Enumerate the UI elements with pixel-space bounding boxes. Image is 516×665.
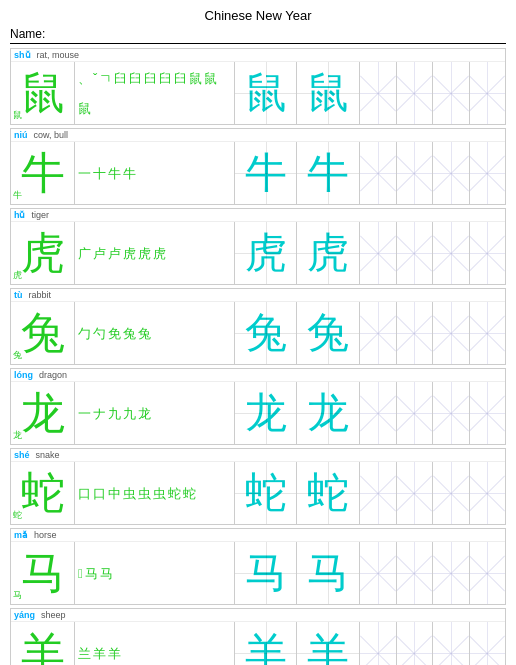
practice-cell-7-3[interactable] (470, 622, 506, 665)
practice-area-0[interactable] (360, 62, 505, 124)
practice-cell-1-0[interactable] (360, 142, 397, 204)
meaning-4: dragon (39, 370, 67, 380)
meaning-1: cow, bull (34, 130, 69, 140)
pinyin-7: yáng (14, 610, 35, 620)
model-cell-3-1: 兔 (297, 302, 359, 364)
practice-area-7[interactable] (360, 622, 505, 665)
big-char-4: 龙龙 (11, 382, 75, 444)
big-char-2: 虎虎 (11, 222, 75, 284)
model-cell-6-0: 马 (235, 542, 297, 604)
meaning-3: rabbit (29, 290, 52, 300)
practice-cell-7-1[interactable] (397, 622, 434, 665)
model-area-5: 蛇蛇 (235, 462, 360, 524)
pinyin-1: niú (14, 130, 28, 140)
practice-area-6[interactable] (360, 542, 505, 604)
model-cell-5-0: 蛇 (235, 462, 297, 524)
page-title: Chinese New Year (10, 8, 506, 23)
model-cell-1-0: 牛 (235, 142, 297, 204)
practice-cell-6-0[interactable] (360, 542, 397, 604)
stroke-area-0: 、ˇㄱ臼臼臼臼臼鼠鼠鼠 (75, 62, 235, 124)
practice-area-5[interactable] (360, 462, 505, 524)
meaning-2: tiger (32, 210, 50, 220)
character-row-lóng: lóngdragon龙龙一ナ九九龙龙龙 (10, 368, 506, 445)
model-cell-2-1: 虎 (297, 222, 359, 284)
model-area-7: 羊羊 (235, 622, 360, 665)
model-cell-4-0: 龙 (235, 382, 297, 444)
pinyin-0: shǔ (14, 50, 31, 60)
model-area-4: 龙龙 (235, 382, 360, 444)
stroke-area-3: 勹勺免兔兔 (75, 302, 235, 364)
practice-cell-2-0[interactable] (360, 222, 397, 284)
model-cell-0-0: 鼠 (235, 62, 297, 124)
practice-cell-3-3[interactable] (470, 302, 506, 364)
character-row-niú: niúcow, bull牛牛一十牛牛牛牛 (10, 128, 506, 205)
practice-cell-5-1[interactable] (397, 462, 434, 524)
big-char-7: 羊羊 (11, 622, 75, 665)
practice-cell-5-0[interactable] (360, 462, 397, 524)
practice-area-3[interactable] (360, 302, 505, 364)
meaning-5: snake (36, 450, 60, 460)
practice-cell-0-1[interactable] (397, 62, 434, 124)
practice-cell-5-3[interactable] (470, 462, 506, 524)
name-label: Name: (10, 27, 45, 41)
practice-cell-6-2[interactable] (433, 542, 470, 604)
practice-cell-2-3[interactable] (470, 222, 506, 284)
big-char-1: 牛牛 (11, 142, 75, 204)
model-area-2: 虎虎 (235, 222, 360, 284)
practice-cell-0-2[interactable] (433, 62, 470, 124)
practice-cell-0-3[interactable] (470, 62, 506, 124)
practice-cell-7-0[interactable] (360, 622, 397, 665)
big-char-0: 鼠鼠 (11, 62, 75, 124)
practice-cell-0-0[interactable] (360, 62, 397, 124)
stroke-area-5: 口口中虫虫虫蛇蛇 (75, 462, 235, 524)
character-row-yáng: yángsheep羊羊兰羊羊羊羊 (10, 608, 506, 665)
practice-area-1[interactable] (360, 142, 505, 204)
model-cell-4-1: 龙 (297, 382, 359, 444)
character-row-shé: shésnake蛇蛇口口中虫虫虫蛇蛇蛇蛇 (10, 448, 506, 525)
meaning-7: sheep (41, 610, 66, 620)
practice-cell-3-2[interactable] (433, 302, 470, 364)
practice-cell-1-1[interactable] (397, 142, 434, 204)
stroke-area-6: 𠃌马马 (75, 542, 235, 604)
stroke-area-2: 广卢卢虎虎虎 (75, 222, 235, 284)
practice-cell-3-1[interactable] (397, 302, 434, 364)
model-area-0: 鼠鼠 (235, 62, 360, 124)
pinyin-2: hǔ (14, 210, 26, 220)
practice-cell-2-1[interactable] (397, 222, 434, 284)
practice-cell-6-3[interactable] (470, 542, 506, 604)
pinyin-6: mǎ (14, 530, 28, 540)
practice-cell-1-2[interactable] (433, 142, 470, 204)
model-cell-6-1: 马 (297, 542, 359, 604)
pinyin-3: tù (14, 290, 23, 300)
pinyin-5: shé (14, 450, 30, 460)
big-char-6: 马马 (11, 542, 75, 604)
character-row-tù: tùrabbit兔兔勹勺免兔兔兔兔 (10, 288, 506, 365)
stroke-area-7: 兰羊羊 (75, 622, 235, 665)
stroke-area-4: 一ナ九九龙 (75, 382, 235, 444)
practice-cell-6-1[interactable] (397, 542, 434, 604)
practice-cell-2-2[interactable] (433, 222, 470, 284)
practice-area-2[interactable] (360, 222, 505, 284)
practice-cell-4-2[interactable] (433, 382, 470, 444)
model-cell-3-0: 兔 (235, 302, 297, 364)
model-cell-0-1: 鼠 (297, 62, 359, 124)
model-cell-7-1: 羊 (297, 622, 359, 665)
practice-cell-4-3[interactable] (470, 382, 506, 444)
model-cell-7-0: 羊 (235, 622, 297, 665)
practice-cell-5-2[interactable] (433, 462, 470, 524)
practice-cell-7-2[interactable] (433, 622, 470, 665)
meaning-0: rat, mouse (37, 50, 80, 60)
model-area-6: 马马 (235, 542, 360, 604)
big-char-3: 兔兔 (11, 302, 75, 364)
practice-cell-1-3[interactable] (470, 142, 506, 204)
pinyin-4: lóng (14, 370, 33, 380)
character-row-hǔ: hǔtiger虎虎广卢卢虎虎虎虎虎 (10, 208, 506, 285)
character-row-mǎ: mǎhorse马马𠃌马马马马 (10, 528, 506, 605)
practice-area-4[interactable] (360, 382, 505, 444)
model-cell-1-1: 牛 (297, 142, 359, 204)
practice-cell-4-1[interactable] (397, 382, 434, 444)
character-row-shǔ: shǔrat, mouse鼠鼠、ˇㄱ臼臼臼臼臼鼠鼠鼠鼠鼠 (10, 48, 506, 125)
practice-cell-4-0[interactable] (360, 382, 397, 444)
model-cell-2-0: 虎 (235, 222, 297, 284)
practice-cell-3-0[interactable] (360, 302, 397, 364)
